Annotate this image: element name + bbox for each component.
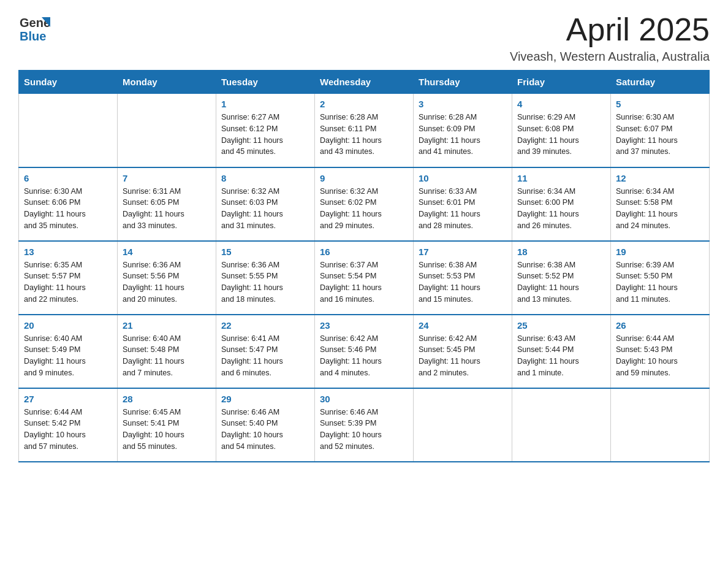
day-info: Sunrise: 6:42 AM Sunset: 5:46 PM Dayligh… — [320, 333, 408, 379]
day-number: 5 — [616, 99, 704, 109]
month-title: April 2025 — [510, 12, 710, 47]
day-info: Sunrise: 6:30 AM Sunset: 6:06 PM Dayligh… — [24, 186, 112, 232]
col-monday: Monday — [118, 71, 216, 94]
logo-icon: General Blue — [18, 12, 50, 44]
day-cell-4-4 — [414, 388, 512, 462]
day-cell-2-4: 17Sunrise: 6:38 AM Sunset: 5:53 PM Dayli… — [414, 241, 512, 315]
day-cell-1-1: 7Sunrise: 6:31 AM Sunset: 6:05 PM Daylig… — [118, 167, 216, 241]
day-info: Sunrise: 6:32 AM Sunset: 6:02 PM Dayligh… — [320, 186, 408, 232]
day-info: Sunrise: 6:41 AM Sunset: 5:47 PM Dayligh… — [221, 333, 309, 379]
day-cell-4-2: 29Sunrise: 6:46 AM Sunset: 5:40 PM Dayli… — [216, 388, 315, 462]
day-info: Sunrise: 6:32 AM Sunset: 6:03 PM Dayligh… — [221, 186, 309, 232]
day-cell-0-3: 2Sunrise: 6:28 AM Sunset: 6:11 PM Daylig… — [315, 94, 414, 167]
day-cell-0-4: 3Sunrise: 6:28 AM Sunset: 6:09 PM Daylig… — [414, 94, 512, 167]
day-cell-2-0: 13Sunrise: 6:35 AM Sunset: 5:57 PM Dayli… — [19, 241, 118, 315]
title-section: April 2025 Viveash, Western Australia, A… — [510, 12, 710, 64]
day-number: 29 — [221, 394, 309, 404]
day-cell-2-3: 16Sunrise: 6:37 AM Sunset: 5:54 PM Dayli… — [315, 241, 414, 315]
day-cell-3-3: 23Sunrise: 6:42 AM Sunset: 5:46 PM Dayli… — [315, 315, 414, 388]
day-number: 26 — [616, 320, 704, 331]
day-info: Sunrise: 6:28 AM Sunset: 6:09 PM Dayligh… — [419, 112, 507, 158]
day-info: Sunrise: 6:34 AM Sunset: 5:58 PM Dayligh… — [616, 186, 704, 232]
week-row-5: 27Sunrise: 6:44 AM Sunset: 5:42 PM Dayli… — [19, 388, 710, 462]
day-info: Sunrise: 6:29 AM Sunset: 6:08 PM Dayligh… — [517, 112, 605, 158]
col-wednesday: Wednesday — [315, 71, 414, 94]
day-cell-1-3: 9Sunrise: 6:32 AM Sunset: 6:02 PM Daylig… — [315, 167, 414, 241]
day-info: Sunrise: 6:31 AM Sunset: 6:05 PM Dayligh… — [123, 186, 211, 232]
day-info: Sunrise: 6:43 AM Sunset: 5:44 PM Dayligh… — [517, 333, 605, 379]
day-cell-0-1 — [118, 94, 216, 167]
day-info: Sunrise: 6:44 AM Sunset: 5:43 PM Dayligh… — [616, 333, 704, 379]
calendar-table: Sunday Monday Tuesday Wednesday Thursday… — [18, 70, 710, 462]
week-row-4: 20Sunrise: 6:40 AM Sunset: 5:49 PM Dayli… — [19, 315, 710, 388]
day-number: 22 — [221, 320, 309, 331]
day-info: Sunrise: 6:38 AM Sunset: 5:52 PM Dayligh… — [517, 259, 605, 305]
day-cell-1-6: 12Sunrise: 6:34 AM Sunset: 5:58 PM Dayli… — [611, 167, 710, 241]
week-row-3: 13Sunrise: 6:35 AM Sunset: 5:57 PM Dayli… — [19, 241, 710, 315]
location-subtitle: Viveash, Western Australia, Australia — [510, 50, 710, 64]
day-number: 9 — [320, 173, 408, 183]
day-info: Sunrise: 6:36 AM Sunset: 5:56 PM Dayligh… — [123, 259, 211, 305]
day-number: 1 — [221, 99, 309, 109]
day-number: 20 — [24, 320, 112, 331]
day-cell-1-0: 6Sunrise: 6:30 AM Sunset: 6:06 PM Daylig… — [19, 167, 118, 241]
day-info: Sunrise: 6:42 AM Sunset: 5:45 PM Dayligh… — [419, 333, 507, 379]
page-header: General Blue April 2025 Viveash, Western… — [18, 12, 710, 64]
day-info: Sunrise: 6:30 AM Sunset: 6:07 PM Dayligh… — [616, 112, 704, 158]
day-info: Sunrise: 6:33 AM Sunset: 6:01 PM Dayligh… — [419, 186, 507, 232]
day-info: Sunrise: 6:38 AM Sunset: 5:53 PM Dayligh… — [419, 259, 507, 305]
day-cell-4-6 — [611, 388, 710, 462]
day-info: Sunrise: 6:39 AM Sunset: 5:50 PM Dayligh… — [616, 259, 704, 305]
day-number: 27 — [24, 394, 112, 404]
day-number: 24 — [419, 320, 507, 331]
day-number: 13 — [24, 247, 112, 257]
day-cell-1-4: 10Sunrise: 6:33 AM Sunset: 6:01 PM Dayli… — [414, 167, 512, 241]
svg-text:Blue: Blue — [20, 29, 46, 43]
day-number: 19 — [616, 247, 704, 257]
day-number: 10 — [419, 173, 507, 183]
col-sunday: Sunday — [19, 71, 118, 94]
day-info: Sunrise: 6:35 AM Sunset: 5:57 PM Dayligh… — [24, 259, 112, 305]
day-info: Sunrise: 6:36 AM Sunset: 5:55 PM Dayligh… — [221, 259, 309, 305]
day-cell-4-5 — [512, 388, 611, 462]
day-info: Sunrise: 6:45 AM Sunset: 5:41 PM Dayligh… — [123, 407, 211, 453]
day-number: 7 — [123, 173, 211, 183]
day-number: 8 — [221, 173, 309, 183]
day-cell-0-6: 5Sunrise: 6:30 AM Sunset: 6:07 PM Daylig… — [611, 94, 710, 167]
day-cell-0-5: 4Sunrise: 6:29 AM Sunset: 6:08 PM Daylig… — [512, 94, 611, 167]
day-number: 4 — [517, 99, 605, 109]
day-cell-3-0: 20Sunrise: 6:40 AM Sunset: 5:49 PM Dayli… — [19, 315, 118, 388]
day-info: Sunrise: 6:40 AM Sunset: 5:49 PM Dayligh… — [24, 333, 112, 379]
day-number: 30 — [320, 394, 408, 404]
day-number: 15 — [221, 247, 309, 257]
day-number: 18 — [517, 247, 605, 257]
calendar-header-row: Sunday Monday Tuesday Wednesday Thursday… — [19, 71, 710, 94]
day-cell-2-6: 19Sunrise: 6:39 AM Sunset: 5:50 PM Dayli… — [611, 241, 710, 315]
logo: General Blue — [18, 12, 50, 44]
day-number: 21 — [123, 320, 211, 331]
day-info: Sunrise: 6:44 AM Sunset: 5:42 PM Dayligh… — [24, 407, 112, 453]
day-number: 11 — [517, 173, 605, 183]
day-cell-4-1: 28Sunrise: 6:45 AM Sunset: 5:41 PM Dayli… — [118, 388, 216, 462]
day-cell-3-5: 25Sunrise: 6:43 AM Sunset: 5:44 PM Dayli… — [512, 315, 611, 388]
day-number: 28 — [123, 394, 211, 404]
day-info: Sunrise: 6:34 AM Sunset: 6:00 PM Dayligh… — [517, 186, 605, 232]
day-info: Sunrise: 6:46 AM Sunset: 5:40 PM Dayligh… — [221, 407, 309, 453]
day-number: 23 — [320, 320, 408, 331]
day-cell-3-6: 26Sunrise: 6:44 AM Sunset: 5:43 PM Dayli… — [611, 315, 710, 388]
day-number: 12 — [616, 173, 704, 183]
day-number: 17 — [419, 247, 507, 257]
day-info: Sunrise: 6:28 AM Sunset: 6:11 PM Dayligh… — [320, 112, 408, 158]
day-cell-1-5: 11Sunrise: 6:34 AM Sunset: 6:00 PM Dayli… — [512, 167, 611, 241]
week-row-1: 1Sunrise: 6:27 AM Sunset: 6:12 PM Daylig… — [19, 94, 710, 167]
week-row-2: 6Sunrise: 6:30 AM Sunset: 6:06 PM Daylig… — [19, 167, 710, 241]
day-cell-3-2: 22Sunrise: 6:41 AM Sunset: 5:47 PM Dayli… — [216, 315, 315, 388]
day-number: 16 — [320, 247, 408, 257]
day-info: Sunrise: 6:46 AM Sunset: 5:39 PM Dayligh… — [320, 407, 408, 453]
day-info: Sunrise: 6:37 AM Sunset: 5:54 PM Dayligh… — [320, 259, 408, 305]
day-number: 25 — [517, 320, 605, 331]
day-number: 3 — [419, 99, 507, 109]
day-number: 14 — [123, 247, 211, 257]
day-cell-2-2: 15Sunrise: 6:36 AM Sunset: 5:55 PM Dayli… — [216, 241, 315, 315]
col-saturday: Saturday — [611, 71, 710, 94]
